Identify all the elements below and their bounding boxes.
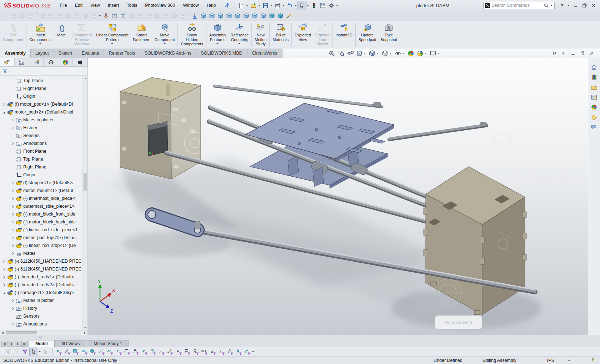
collapse-arrow-icon[interactable] (10, 189, 15, 193)
solidworks-forum-icon[interactable] (590, 123, 599, 131)
tree-item[interactable]: Sensors (0, 132, 82, 140)
design-library-icon[interactable] (590, 73, 599, 81)
mate-tool-icon[interactable] (18, 12, 26, 20)
motion-tab-motion-study-1[interactable]: Motion Study 1 (87, 340, 129, 347)
filter-surface-finish-icon[interactable] (226, 348, 234, 356)
collapse-arrow-icon[interactable] (1, 102, 7, 106)
minimize-app-button[interactable] (572, 1, 579, 10)
view-top-icon[interactable] (233, 12, 242, 20)
reference-geometry-button[interactable]: ReferenceGeometry (229, 21, 251, 48)
move-component-caret-icon[interactable] (164, 43, 166, 45)
exploded-view-button[interactable]: ExplodedView (292, 21, 313, 48)
help-caret-icon[interactable] (568, 5, 570, 7)
reference-geometry-caret-icon[interactable] (238, 43, 240, 45)
linear-component-pattern-button[interactable]: Linear ComponentPattern (94, 21, 131, 48)
smart-fasteners-button[interactable]: SmartFasteners (131, 21, 152, 48)
menu-window[interactable]: Window (179, 1, 202, 10)
tree-item[interactable]: Top Plane (0, 155, 82, 163)
previous-frame-button[interactable] (8, 341, 14, 347)
close-document-button[interactable] (589, 51, 594, 56)
pin-menu-icon[interactable] (222, 1, 232, 10)
collapse-arrow-icon[interactable] (10, 228, 15, 232)
tab-render-tools[interactable]: Render Tools (104, 49, 140, 58)
filter-caret-icon[interactable] (9, 71, 11, 73)
assembly-features-button[interactable]: AssemblyFeatures (207, 21, 229, 48)
select-cursor-caret-icon[interactable] (39, 351, 41, 353)
select-tool-caret-icon[interactable] (307, 5, 309, 7)
make-smart-component-icon[interactable] (101, 12, 110, 20)
view-bottom-icon[interactable] (242, 12, 250, 20)
search-input[interactable] (491, 3, 542, 8)
filter-routing-points-icon[interactable] (243, 348, 251, 356)
reorient-view-icon[interactable] (190, 12, 199, 20)
show-hidden-components-button[interactable]: ShowHiddenComponents (179, 21, 205, 48)
tree-item[interactable]: AAnnotations (0, 320, 82, 328)
collapse-arrow-icon[interactable] (10, 299, 15, 303)
toggle-selection-filters-icon[interactable] (21, 348, 29, 356)
save-document-caret-icon[interactable] (270, 5, 272, 7)
collapse-arrow-icon[interactable] (1, 267, 7, 271)
horizontal-scroll-thumb[interactable] (6, 331, 37, 334)
menu-insert[interactable]: Insert (104, 1, 123, 10)
file-explorer-icon[interactable] (590, 83, 599, 91)
view-shaded-icon[interactable] (268, 12, 276, 20)
exploded-view-tool-caret-icon[interactable] (99, 15, 101, 17)
view-back-icon[interactable] (208, 12, 216, 20)
apply-scene-caret-icon[interactable] (424, 53, 426, 55)
view-right-icon[interactable] (225, 12, 233, 20)
tree-item[interactable]: (-) threaded_rod<1> (Default< (0, 273, 82, 281)
collapse-arrow-icon[interactable] (10, 126, 15, 130)
insert-components-button[interactable]: InsertComponents (27, 21, 54, 48)
tab-circuitworks[interactable]: CircuitWorks (248, 49, 282, 58)
undo-caret-icon[interactable] (295, 5, 297, 7)
tree-item[interactable]: (-) 6112K450_HARDENED PREC (0, 265, 82, 273)
collapse-arrow-icon[interactable] (1, 283, 7, 287)
menu-tools[interactable]: Tools (123, 1, 141, 10)
previous-document-tab-button[interactable] (552, 51, 557, 56)
rotate-component-tool-icon[interactable] (64, 12, 72, 20)
displaymanager-tab[interactable] (58, 58, 73, 66)
tab-solidworks-add-ins[interactable]: SOLIDWORKS Add-Ins (140, 49, 196, 58)
exploded-view-tool-icon[interactable] (90, 12, 98, 20)
clearance-verification-tool-icon[interactable] (136, 12, 144, 20)
previous-view-button[interactable] (347, 50, 354, 57)
expand-arrow-icon[interactable] (1, 110, 7, 114)
filter-gtols-icon[interactable] (200, 348, 209, 356)
interference-detection-tool-icon[interactable] (127, 12, 136, 20)
collapse-arrow-icon[interactable] (10, 322, 15, 326)
move-component-tool-icon[interactable] (72, 12, 81, 20)
options-gear-button[interactable] (327, 1, 335, 10)
collapse-arrow-icon[interactable] (10, 181, 15, 185)
view-settings-button[interactable] (430, 50, 440, 57)
motion-tab-model[interactable]: Model (29, 340, 55, 347)
tree-horizontal-scrollbar[interactable]: ◀ ▶ (0, 330, 88, 335)
filter-dimensions-icon[interactable] (166, 348, 174, 356)
tree-item[interactable]: Top Plane (0, 77, 82, 85)
tree-item[interactable]: (-) linear_rod_side_piece<1 (0, 226, 82, 234)
apply-scene-quick-icon[interactable] (285, 12, 293, 20)
view-left-icon[interactable] (216, 12, 225, 20)
view-orientation-caret-icon[interactable] (376, 53, 379, 55)
collapse-arrow-icon[interactable] (10, 244, 15, 248)
custom-properties-tag-icon[interactable] (591, 358, 597, 363)
update-speedpak-button[interactable]: UpdateSpeedpak (356, 21, 379, 48)
hide-show-items-button[interactable] (395, 50, 405, 57)
circuitworks-tab[interactable] (73, 58, 88, 66)
minimize-document-button[interactable] (571, 51, 576, 56)
propertymanager-tab[interactable] (15, 58, 29, 66)
edit-appearance-button[interactable] (408, 50, 414, 57)
view-isometric-icon[interactable] (250, 12, 259, 20)
collapse-arrow-icon[interactable] (10, 236, 15, 240)
tree-item[interactable]: motor_pod<2> (Default<Displ (0, 108, 82, 116)
scroll-down-icon[interactable]: ▼ (83, 325, 88, 330)
collapse-arrow-icon[interactable] (10, 212, 15, 216)
collapse-arrow-icon[interactable] (10, 204, 15, 208)
tree-item[interactable]: History (0, 304, 82, 312)
menu-help[interactable]: Help (203, 1, 220, 10)
tree-item[interactable]: (f) stepper<1> (Default<< (0, 179, 82, 187)
menu-view[interactable]: View (86, 1, 104, 10)
collapse-arrow-icon[interactable] (10, 252, 15, 256)
tree-item[interactable]: (-) motor_block_front_side (0, 210, 82, 218)
section-view-button[interactable] (356, 50, 366, 57)
splitter-grip-icon[interactable] (39, 336, 42, 339)
